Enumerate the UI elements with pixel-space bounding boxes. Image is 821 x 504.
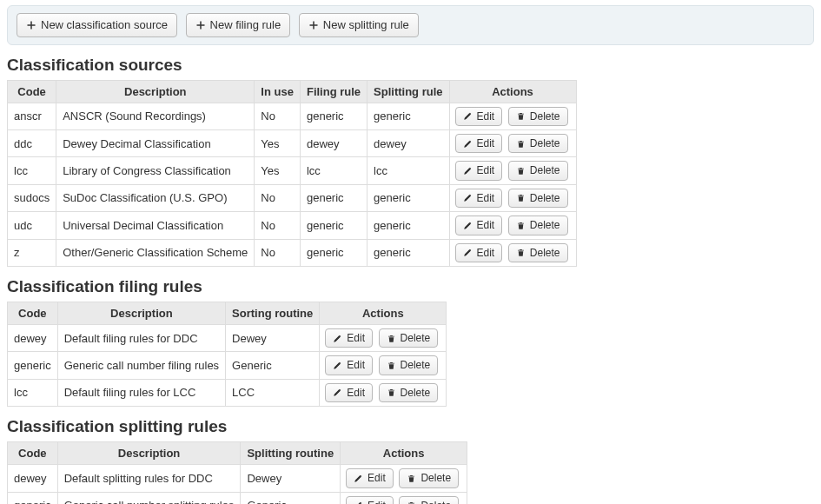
col-splitting-rule: Splitting rule	[367, 80, 449, 103]
edit-button[interactable]: Edit	[325, 328, 373, 348]
cell-actions: Edit Delete	[449, 103, 576, 129]
table-row: anscr ANSCR (Sound Recordings) No generi…	[8, 103, 577, 129]
cell-description: Generic call number filing rules	[57, 352, 225, 379]
button-label: Delete	[530, 247, 560, 259]
cell-code: dewey	[8, 465, 58, 492]
edit-button[interactable]: Edit	[455, 134, 503, 153]
trash-icon	[516, 193, 526, 202]
delete-button[interactable]: Delete	[508, 107, 568, 126]
delete-button[interactable]: Delete	[508, 189, 568, 208]
pencil-icon	[463, 139, 473, 149]
table-row: lcc Library of Congress Classification Y…	[8, 157, 577, 184]
pencil-icon	[333, 334, 342, 343]
cell-code: anscr	[8, 103, 56, 129]
button-label: Edit	[347, 387, 365, 399]
cell-routine: Dewey	[226, 324, 320, 351]
cell-actions: Edit Delete	[449, 184, 576, 211]
cell-in-use: Yes	[255, 129, 301, 156]
splitting-rules-heading: Classification splitting rules	[7, 417, 814, 436]
edit-button[interactable]: Edit	[455, 189, 503, 208]
col-code: Code	[8, 442, 58, 465]
classification-sources-heading: Classification sources	[7, 56, 814, 75]
delete-button[interactable]: Delete	[379, 383, 439, 402]
cell-in-use: No	[255, 103, 301, 129]
cell-routine: LCC	[226, 379, 320, 406]
edit-button[interactable]: Edit	[455, 107, 503, 126]
button-label: Delete	[401, 332, 431, 344]
trash-icon	[387, 388, 396, 397]
table-row: ddc Dewey Decimal Classification Yes dew…	[8, 129, 577, 156]
cell-description: Default filing rules for DDC	[57, 324, 225, 351]
col-code: Code	[8, 302, 58, 324]
button-label: Edit	[367, 472, 386, 484]
button-label: Edit	[477, 164, 495, 176]
button-label: Edit	[347, 332, 365, 344]
cell-description: Universal Decimal Classification	[56, 212, 255, 239]
col-routine: Splitting routine	[241, 442, 341, 465]
splitting-rules-table: Code Description Splitting routine Actio…	[7, 441, 467, 504]
pencil-icon	[463, 111, 473, 121]
new-classification-source-button[interactable]: New classification source	[17, 13, 177, 37]
cell-filing-rule: lcc	[300, 157, 367, 184]
col-actions: Actions	[341, 442, 467, 465]
cell-splitting-rule: generic	[367, 212, 449, 239]
delete-button[interactable]: Delete	[379, 328, 439, 348]
button-label: Delete	[530, 219, 560, 231]
button-label: Edit	[477, 247, 495, 259]
cell-splitting-rule: lcc	[367, 157, 449, 184]
cell-filing-rule: generic	[300, 239, 367, 266]
cell-description: Generic call number splitting rules	[57, 492, 241, 504]
delete-button[interactable]: Delete	[508, 134, 568, 153]
delete-button[interactable]: Delete	[399, 496, 459, 505]
cell-splitting-rule: dewey	[367, 129, 449, 156]
cell-routine: Generic	[226, 352, 320, 379]
edit-button[interactable]: Edit	[325, 383, 373, 402]
button-label: Delete	[530, 110, 560, 123]
cell-filing-rule: generic	[300, 103, 367, 129]
button-label: Edit	[477, 137, 495, 149]
delete-button[interactable]: Delete	[508, 243, 568, 262]
col-routine: Sorting routine	[226, 302, 320, 324]
cell-code: generic	[8, 492, 58, 504]
cell-actions: Edit Delete	[449, 129, 576, 156]
edit-button[interactable]: Edit	[455, 161, 503, 180]
button-label: Delete	[530, 164, 560, 176]
plus-icon	[26, 20, 36, 30]
cell-actions: Edit Delete	[449, 239, 576, 266]
table-row: dewey Default splitting rules for DDC De…	[8, 465, 467, 492]
pencil-icon	[463, 221, 473, 230]
cell-in-use: No	[255, 184, 301, 211]
edit-button[interactable]: Edit	[455, 243, 503, 262]
cell-description: Default filing rules for LCC	[57, 379, 225, 406]
delete-button[interactable]: Delete	[379, 355, 439, 375]
cell-code: ddc	[8, 129, 56, 156]
edit-button[interactable]: Edit	[325, 355, 373, 375]
cell-code: lcc	[8, 157, 56, 184]
filing-rules-heading: Classification filing rules	[7, 277, 814, 296]
delete-button[interactable]: Delete	[508, 216, 568, 235]
edit-button[interactable]: Edit	[455, 216, 503, 235]
table-row: udc Universal Decimal Classification No …	[8, 212, 577, 239]
edit-button[interactable]: Edit	[346, 496, 394, 505]
trash-icon	[407, 474, 416, 483]
trash-icon	[516, 139, 526, 149]
pencil-icon	[333, 361, 342, 370]
delete-button[interactable]: Delete	[508, 161, 568, 180]
col-description: Description	[57, 302, 225, 324]
new-splitting-rule-button[interactable]: New splitting rule	[299, 13, 419, 37]
table-row: generic Generic call number splitting ru…	[8, 492, 467, 504]
col-code: Code	[8, 80, 56, 103]
filing-rules-table: Code Description Sorting routine Actions…	[7, 302, 447, 407]
cell-routine: Dewey	[241, 465, 341, 492]
button-label: New filing rule	[210, 18, 281, 32]
col-in-use: In use	[255, 80, 301, 103]
cell-actions: Edit Delete	[449, 212, 576, 239]
cell-description: Default splitting rules for DDC	[57, 465, 241, 492]
cell-in-use: No	[255, 239, 301, 266]
cell-code: z	[8, 239, 56, 266]
new-filing-rule-button[interactable]: New filing rule	[186, 13, 291, 37]
button-label: Delete	[401, 359, 431, 371]
delete-button[interactable]: Delete	[399, 468, 459, 487]
col-description: Description	[56, 80, 255, 103]
edit-button[interactable]: Edit	[346, 468, 394, 487]
